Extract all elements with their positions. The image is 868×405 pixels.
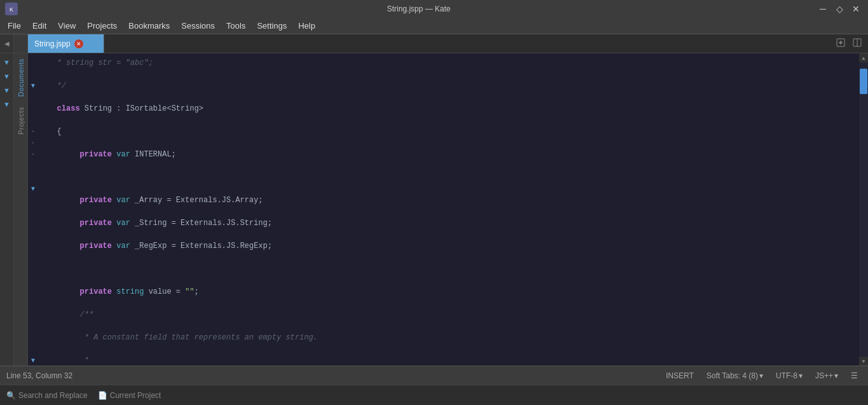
code-area[interactable]: * string str = "abc"; */ class String : … [38, 53, 859, 366]
menu-help[interactable]: Help [293, 19, 320, 32]
projects-tab[interactable]: Projects [15, 102, 27, 140]
code-line: * string str = "abc"; [43, 57, 854, 69]
scroll-track[interactable] [859, 62, 868, 357]
code-line [43, 172, 854, 183]
window-title: String.jspp — Kate [22, 4, 816, 13]
svg-text:K: K [10, 6, 13, 13]
code-line: * A constant field that represents an em… [43, 332, 854, 343]
documents-tab[interactable]: Documents [15, 53, 27, 102]
fold-button-4[interactable]: ▼ [1, 98, 13, 111]
current-project-label: Current Project [110, 391, 161, 400]
close-button[interactable]: ✕ [849, 2, 863, 16]
syntax-setting[interactable]: JS++ ▾ [811, 370, 842, 381]
project-icon: 📄 [98, 391, 107, 400]
search-icon: 🔍 [6, 391, 16, 400]
minimize-button[interactable]: ─ [816, 2, 830, 16]
tabs-label: Soft Tabs: 4 (8) [707, 371, 758, 380]
code-line: { [43, 126, 854, 137]
app-icon: K [5, 3, 18, 15]
menu-edit[interactable]: Edit [27, 19, 51, 32]
maximize-button[interactable]: ◇ [832, 2, 846, 16]
list-view-button[interactable]: ☰ [847, 370, 862, 381]
scroll-up-button[interactable]: ▲ [859, 53, 868, 62]
code-line: private var _RegExp = Externals.JS.RegEx… [43, 240, 854, 252]
fold-arrow-comment[interactable]: ▼ [28, 183, 38, 195]
menu-tools[interactable]: Tools [221, 19, 250, 32]
window-controls: ─ ◇ ✕ [816, 2, 863, 16]
fold-button-2[interactable]: ▼ [1, 70, 13, 83]
code-line: private var _String = Externals.JS.Strin… [43, 217, 854, 229]
fold-button-3[interactable]: ▼ [1, 84, 13, 97]
status-right: INSERT Soft Tabs: 4 (8) ▾ UTF-8 ▾ JS++ ▾… [662, 370, 862, 381]
list-icon: ☰ [851, 371, 858, 380]
menu-projects[interactable]: Projects [82, 19, 122, 32]
scroll-down-button[interactable]: ▼ [859, 357, 868, 366]
code-line: /** [43, 309, 854, 320]
menu-view[interactable]: View [53, 19, 81, 32]
menu-sessions[interactable]: Sessions [176, 19, 220, 32]
split-view-button[interactable] [850, 37, 864, 50]
side-panel-documents: Documents Projects [14, 53, 28, 366]
edit-mode[interactable]: INSERT [662, 370, 698, 381]
search-replace-item[interactable]: 🔍 Search and Replace [6, 391, 88, 400]
code-editor: ▼ • • • ▼ [28, 53, 868, 366]
tabs-dropdown-arrow: ▾ [759, 371, 763, 380]
syntax-dropdown-arrow: ▾ [834, 371, 838, 380]
tabs-setting[interactable]: Soft Tabs: 4 (8) ▾ [703, 370, 767, 381]
current-project-item[interactable]: 📄 Current Project [98, 391, 161, 400]
left-icon-strip: ▼ ▼ ▼ ▼ [0, 53, 14, 366]
vertical-scrollbar[interactable]: ▲ ▼ [859, 53, 868, 366]
cursor-position: Line 53, Column 32 [6, 371, 72, 380]
fold-all-button[interactable]: ▼ [1, 56, 13, 69]
menubar: File Edit View Projects Bookmarks Sessio… [0, 18, 868, 34]
titlebar: K String.jspp — Kate ─ ◇ ✕ [0, 0, 868, 18]
menu-bookmarks[interactable]: Bookmarks [123, 19, 175, 32]
code-line: */ [43, 80, 854, 92]
scroll-thumb[interactable] [860, 69, 867, 94]
fold-arrow-class[interactable]: ▼ [28, 80, 38, 92]
tab-string-jspp[interactable]: String.jspp ✕ [28, 34, 104, 53]
new-tab-button[interactable] [834, 37, 848, 50]
fold-gutter: ▼ • • • ▼ [28, 53, 38, 366]
syntax-label: JS++ [815, 371, 833, 380]
search-replace-label: Search and Replace [18, 391, 88, 400]
statusbar: Line 53, Column 32 INSERT Soft Tabs: 4 (… [0, 366, 868, 385]
encoding-dropdown-arrow: ▾ [799, 371, 803, 380]
menu-settings[interactable]: Settings [252, 19, 292, 32]
tab-label: String.jspp [34, 39, 71, 48]
code-line: private string value = ""; [43, 286, 854, 298]
encoding-setting[interactable]: UTF-8 ▾ [772, 370, 806, 381]
menu-file[interactable]: File [3, 19, 26, 32]
encoding-label: UTF-8 [776, 371, 797, 380]
code-line: * [43, 355, 854, 366]
left-panel-toggle[interactable]: ◀ [4, 40, 10, 47]
code-line: class String : ISortable<String> [43, 103, 854, 114]
code-line: private var INTERNAL; [43, 149, 854, 160]
code-line: private var _Array = Externals.JS.Array; [43, 195, 854, 206]
fold-arrow-this1[interactable]: ▼ [28, 355, 38, 366]
code-line [43, 263, 854, 275]
bottombar: 🔍 Search and Replace 📄 Current Project [0, 385, 868, 405]
tab-close-button[interactable]: ✕ [74, 39, 83, 48]
